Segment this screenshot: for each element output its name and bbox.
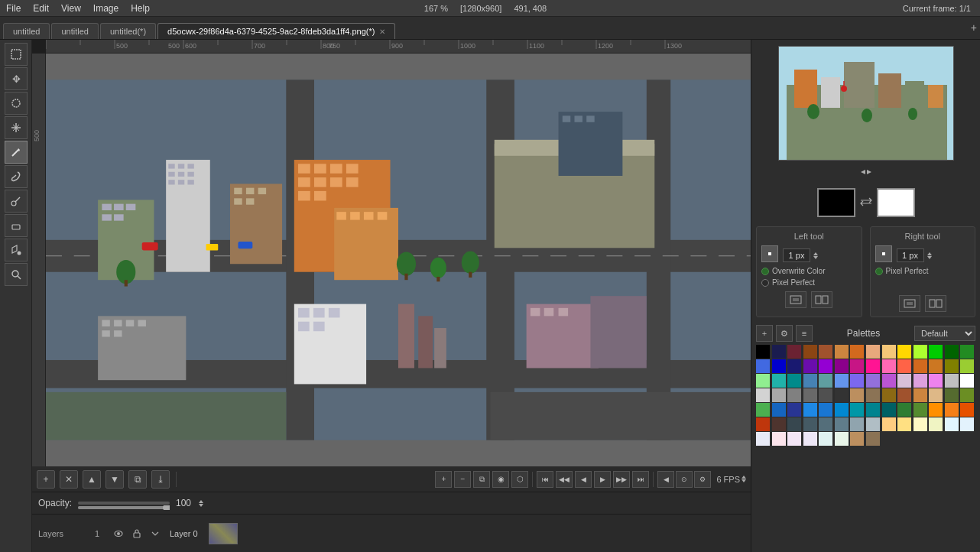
onion-skin-btn[interactable]: ⊙ <box>676 471 693 488</box>
swap-colors-btn[interactable] <box>858 196 874 209</box>
color-cell[interactable] <box>756 345 770 359</box>
color-cell[interactable] <box>819 359 832 373</box>
color-cell[interactable] <box>803 374 817 388</box>
color-cell[interactable] <box>929 374 943 388</box>
color-cell[interactable] <box>866 388 880 402</box>
color-cell[interactable] <box>960 345 974 359</box>
tab-0[interactable]: untitled <box>3 23 50 39</box>
color-cell[interactable] <box>897 359 911 373</box>
color-cell[interactable] <box>819 345 832 359</box>
color-cell[interactable] <box>850 432 864 446</box>
remove-layer-btn[interactable]: ✕ <box>60 470 78 489</box>
color-cell[interactable] <box>787 403 801 417</box>
tool-selection[interactable] <box>5 43 28 66</box>
overwrite-color-radio[interactable] <box>761 268 769 275</box>
color-cell[interactable] <box>913 359 927 373</box>
opacity-spinner[interactable] <box>199 500 203 507</box>
color-cell[interactable] <box>945 388 959 402</box>
tool-eraser[interactable] <box>5 214 28 237</box>
color-cell[interactable] <box>882 359 896 373</box>
color-cell[interactable] <box>803 388 817 402</box>
color-cell[interactable] <box>897 388 911 402</box>
right-expand-2[interactable] <box>925 295 946 312</box>
right-pixel-perfect-radio[interactable] <box>875 268 883 275</box>
color-cell[interactable] <box>835 345 849 359</box>
color-cell[interactable] <box>787 432 801 446</box>
color-cell[interactable] <box>866 374 880 388</box>
color-cell[interactable] <box>850 388 864 402</box>
menu-view[interactable]: View <box>55 2 87 15</box>
color-cell[interactable] <box>787 417 801 431</box>
color-cell[interactable] <box>897 374 911 388</box>
menu-edit[interactable]: Edit <box>27 2 55 15</box>
background-color[interactable] <box>877 188 915 217</box>
color-cell[interactable] <box>772 403 786 417</box>
color-cell[interactable] <box>897 417 911 431</box>
layer-merge-btn[interactable]: ⤓ <box>151 470 170 489</box>
add-layer-btn[interactable]: + <box>37 470 55 489</box>
color-cell[interactable] <box>756 432 770 446</box>
color-cell[interactable] <box>960 417 974 431</box>
color-cell[interactable] <box>866 345 880 359</box>
right-brush-size-input[interactable] <box>897 248 924 262</box>
color-cell[interactable] <box>882 403 896 417</box>
menu-file[interactable]: File <box>0 2 27 15</box>
color-cell[interactable] <box>756 359 770 373</box>
color-cell[interactable] <box>787 374 801 388</box>
tool-pencil[interactable] <box>5 141 28 164</box>
layer-collapse-btn[interactable] <box>148 527 162 541</box>
menu-help[interactable]: Help <box>125 2 156 15</box>
color-cell[interactable] <box>913 403 927 417</box>
tab-3[interactable]: d5ocwx-29f86d4a-6379-4525-9ac2-8fdeb3da1… <box>157 23 395 39</box>
color-cell[interactable] <box>866 432 880 446</box>
tool-magic-wand[interactable] <box>5 116 28 139</box>
color-cell[interactable] <box>929 417 943 431</box>
scroll-arrows[interactable] <box>859 165 873 179</box>
palette-options-btn[interactable]: ≡ <box>796 325 813 342</box>
next-frame-btn[interactable]: ▶▶ <box>613 471 630 488</box>
layer-move-down-btn[interactable]: ▼ <box>105 470 124 489</box>
left-brush-spinner[interactable] <box>813 252 818 259</box>
color-cell[interactable] <box>819 374 832 388</box>
color-cell[interactable] <box>835 432 849 446</box>
tab-1[interactable]: untitled <box>51 23 98 39</box>
layer-duplicate-btn[interactable]: ⧉ <box>128 470 147 489</box>
right-expand-1[interactable] <box>899 295 920 312</box>
color-cell[interactable] <box>897 403 911 417</box>
color-cell[interactable] <box>803 359 817 373</box>
color-cell[interactable] <box>772 432 786 446</box>
color-cell[interactable] <box>913 388 927 402</box>
left-brush-size-input[interactable] <box>783 248 810 262</box>
color-cell[interactable] <box>803 345 817 359</box>
edit-palette-btn[interactable]: ⚙ <box>776 325 793 342</box>
color-cell[interactable] <box>913 417 927 431</box>
color-cell[interactable] <box>850 403 864 417</box>
play-btn[interactable]: ▶ <box>594 471 611 488</box>
layer-move-up-btn[interactable]: ▲ <box>83 470 101 489</box>
color-cell[interactable] <box>929 345 943 359</box>
color-cell[interactable] <box>897 345 911 359</box>
tool-zoom[interactable] <box>5 263 28 286</box>
color-cell[interactable] <box>866 403 880 417</box>
left-expand-1[interactable] <box>785 291 806 308</box>
tab-2[interactable]: untitled(*) <box>100 23 156 39</box>
tool-fill[interactable] <box>5 239 28 261</box>
loop-back-btn[interactable]: ◀ <box>657 471 674 488</box>
color-cell[interactable] <box>882 374 896 388</box>
color-cell[interactable] <box>835 388 849 402</box>
color-cell[interactable] <box>819 388 832 402</box>
canvas-image[interactable] <box>46 54 751 466</box>
color-cell[interactable] <box>756 417 770 431</box>
color-cell[interactable] <box>913 374 927 388</box>
color-cell[interactable] <box>835 403 849 417</box>
tool-eyedropper[interactable] <box>5 190 28 213</box>
color-cell[interactable] <box>819 417 832 431</box>
color-cell[interactable] <box>787 345 801 359</box>
color-cell[interactable] <box>913 345 927 359</box>
color-cell[interactable] <box>945 374 959 388</box>
palette-dropdown[interactable]: Default MS Paint DB16 DB32 <box>914 326 975 341</box>
tool-brush[interactable] <box>5 165 28 188</box>
color-cell[interactable] <box>882 345 896 359</box>
color-cell[interactable] <box>882 417 896 431</box>
prev-frame-btn[interactable]: ◀ <box>575 471 592 488</box>
